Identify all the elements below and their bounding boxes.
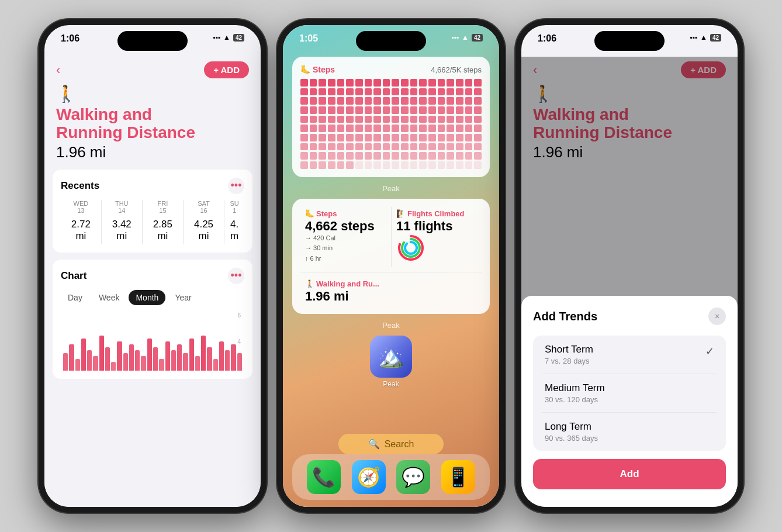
tab-month[interactable]: Month [129,290,165,305]
dot-156 [447,143,454,151]
dock-messages[interactable]: 💬 [396,460,430,494]
trend-short-term[interactable]: Short Term 7 vs. 28 days ✓ [542,336,717,374]
bar-26 [219,341,224,371]
dot-197 [456,161,463,169]
tab-week[interactable]: Week [92,290,127,305]
dot-60 [300,106,308,114]
bottom-widget: 🦶 Steps 4,662 steps → 420 Cal → 30 min ↑… [292,199,490,314]
dot-38 [465,88,473,96]
val-su: 4.m [224,216,244,244]
dot-194 [428,161,436,169]
dot-124 [337,134,345,141]
dot-113 [419,125,427,132]
add-trends-sheet: Add Trends × Short Term 7 vs. 28 days ✓ … [521,296,738,507]
dot-77 [456,106,463,114]
dot-125 [346,134,354,141]
dot-155 [438,143,445,151]
dot-5 [346,79,354,87]
dot-58 [465,97,473,105]
dot-98 [465,116,473,123]
dot-132 [410,134,418,141]
tab-year[interactable]: Year [168,290,198,305]
dot-13 [419,79,427,87]
dot-1 [310,79,317,87]
dock-safari[interactable]: 🧭 [352,460,386,494]
steps-dot-value: 4,662/5K steps [431,65,482,74]
dot-29 [383,88,390,96]
bar-12 [135,350,140,371]
recents-card: Recents ••• WED13 THU14 FRI15 SAT16 SU1 … [53,170,252,253]
dot-46 [355,97,363,105]
status-icons-1: ▪▪▪ ▲ 42 [213,33,244,42]
dock-phone[interactable]: 📞 [307,460,341,494]
dot-21 [310,88,317,96]
dot-95 [438,116,445,123]
bar-28 [231,344,236,371]
dot-154 [428,143,436,151]
dot-52 [410,97,418,105]
steps-col-value: 4,662 steps [305,219,386,233]
chart-more-btn[interactable]: ••• [228,268,244,284]
dot-122 [319,134,326,141]
trend-short-info: Short Term 7 vs. 28 days [545,344,593,365]
phone-3: 1:06 ▪▪▪ ▲ 42 ‹ + ADD 🚶 Walking and Runn… [515,19,743,513]
sheet-close-btn[interactable]: × [708,308,726,325]
dot-175 [438,152,445,160]
dot-142 [319,143,326,151]
dot-165 [346,152,354,160]
dot-24 [337,88,345,96]
tab-day[interactable]: Day [61,290,89,305]
dot-72 [410,106,418,114]
dot-67 [365,106,372,114]
add-button-1[interactable]: + ADD [204,61,249,78]
dot-80 [300,116,308,123]
recents-more-btn[interactable]: ••• [228,178,244,194]
dot-102 [319,125,326,132]
dot-grid [300,79,482,169]
search-label: Search [385,439,414,450]
dot-70 [392,106,399,114]
walking-col: 🚶 Walking and Ru... 1.96 mi [300,277,391,306]
dot-62 [319,106,326,114]
dot-114 [428,125,436,132]
col-wed: WED13 [61,200,101,216]
dot-184 [337,161,345,169]
dot-59 [474,97,482,105]
trend-medium-term[interactable]: Medium Term 30 vs. 120 days [542,374,717,413]
chart-tabs: Day Week Month Year [61,290,244,305]
status-icons-2: ▪▪▪ ▲ 42 [451,33,483,42]
flights-col-title: 🧗 Flights Climbed [396,209,477,218]
peak-app-icon[interactable]: 🏔️ Peak [368,336,414,388]
back-button-1[interactable]: ‹ [56,63,60,78]
chart-title: Chart [61,270,86,282]
widget2-label: Peak [292,321,490,330]
bar-13 [141,356,146,371]
dot-159 [474,143,482,151]
trend-medium-name: Medium Term [545,382,605,394]
dot-64 [337,106,345,114]
bar-9 [117,341,122,371]
trend-short-check: ✓ [705,345,714,358]
widget1-label: Peak [292,184,490,193]
dot-104 [337,125,345,132]
y-label-mid: 4 [237,338,241,344]
add-trends-button[interactable]: Add [533,459,726,489]
bar-16 [159,359,164,371]
dot-118 [465,125,473,132]
dot-178 [465,152,473,160]
dock-apps[interactable]: 📱 [441,460,475,494]
lock-search-bar[interactable]: 🔍 Search [338,434,444,454]
dot-88 [373,116,381,123]
dot-109 [383,125,390,132]
dot-32 [410,88,418,96]
dot-185 [346,161,354,169]
phone3-screen: ‹ + ADD 🚶 Walking and Running Distance 1… [521,57,738,507]
bar-5 [93,356,98,371]
dot-33 [419,88,427,96]
trend-long-term[interactable]: Long Term 90 vs. 365 days [542,413,717,451]
col-thu: THU14 [101,200,142,216]
col-sat: SAT16 [183,200,224,216]
val-wed: 2.72mi [61,216,101,244]
sheet-header: Add Trends × [533,308,726,325]
dot-179 [474,152,482,160]
